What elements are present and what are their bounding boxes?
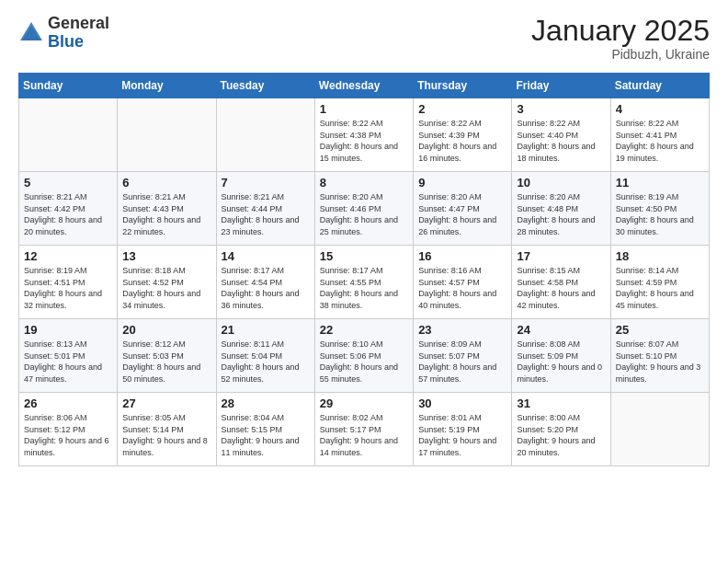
calendar-week-row: 1Sunrise: 8:22 AM Sunset: 4:38 PM Daylig…	[19, 98, 710, 172]
calendar-cell: 10Sunrise: 8:20 AM Sunset: 4:48 PM Dayli…	[512, 172, 610, 246]
day-info: Sunrise: 8:21 AM Sunset: 4:44 PM Dayligh…	[222, 191, 310, 237]
calendar-page: General Blue January 2025 Pidbuzh, Ukrai…	[0, 0, 728, 563]
calendar-cell: 29Sunrise: 8:02 AM Sunset: 5:17 PM Dayli…	[314, 393, 413, 466]
logo-general-text: General	[48, 14, 109, 32]
day-number: 31	[517, 396, 605, 410]
calendar-week-row: 26Sunrise: 8:06 AM Sunset: 5:12 PM Dayli…	[19, 393, 710, 466]
day-info: Sunrise: 8:19 AM Sunset: 4:50 PM Dayligh…	[616, 191, 704, 237]
day-number: 21	[222, 323, 310, 337]
page-header: General Blue January 2025 Pidbuzh, Ukrai…	[18, 15, 710, 62]
calendar-cell: 5Sunrise: 8:21 AM Sunset: 4:42 PM Daylig…	[19, 172, 118, 246]
header-saturday: Saturday	[610, 74, 709, 98]
day-number: 25	[616, 323, 704, 337]
month-title: January 2025	[531, 15, 710, 47]
calendar-cell	[610, 393, 709, 466]
day-info: Sunrise: 8:04 AM Sunset: 5:15 PM Dayligh…	[222, 412, 310, 458]
calendar-cell: 9Sunrise: 8:20 AM Sunset: 4:47 PM Daylig…	[414, 172, 512, 246]
calendar-cell: 25Sunrise: 8:07 AM Sunset: 5:10 PM Dayli…	[610, 319, 709, 393]
day-info: Sunrise: 8:14 AM Sunset: 4:59 PM Dayligh…	[616, 265, 704, 311]
day-info: Sunrise: 8:21 AM Sunset: 4:43 PM Dayligh…	[122, 191, 210, 237]
day-info: Sunrise: 8:20 AM Sunset: 4:48 PM Dayligh…	[517, 191, 605, 237]
day-number: 28	[222, 396, 310, 410]
calendar-cell: 17Sunrise: 8:15 AM Sunset: 4:58 PM Dayli…	[512, 246, 610, 319]
header-sunday: Sunday	[19, 74, 118, 98]
calendar-cell: 28Sunrise: 8:04 AM Sunset: 5:15 PM Dayli…	[216, 393, 314, 466]
location-text: Pidbuzh, Ukraine	[531, 47, 710, 62]
day-number: 13	[122, 249, 210, 263]
day-info: Sunrise: 8:05 AM Sunset: 5:14 PM Dayligh…	[122, 412, 210, 458]
logo-blue-text: Blue	[48, 32, 84, 51]
day-number: 26	[24, 396, 112, 410]
logo: General Blue	[18, 15, 109, 52]
day-info: Sunrise: 8:10 AM Sunset: 5:06 PM Dayligh…	[320, 339, 408, 385]
calendar-cell: 21Sunrise: 8:11 AM Sunset: 5:04 PM Dayli…	[216, 319, 314, 393]
day-info: Sunrise: 8:19 AM Sunset: 4:51 PM Dayligh…	[24, 265, 112, 311]
calendar-week-row: 5Sunrise: 8:21 AM Sunset: 4:42 PM Daylig…	[19, 172, 710, 246]
day-number: 18	[616, 249, 704, 263]
day-number: 4	[616, 102, 704, 116]
day-number: 1	[320, 102, 408, 116]
calendar-cell	[118, 98, 216, 172]
day-info: Sunrise: 8:00 AM Sunset: 5:20 PM Dayligh…	[517, 412, 605, 458]
day-number: 14	[222, 249, 310, 263]
header-friday: Friday	[512, 74, 610, 98]
logo-icon	[18, 20, 44, 46]
calendar-cell: 20Sunrise: 8:12 AM Sunset: 5:03 PM Dayli…	[118, 319, 216, 393]
day-number: 30	[418, 396, 506, 410]
calendar-cell: 19Sunrise: 8:13 AM Sunset: 5:01 PM Dayli…	[19, 319, 118, 393]
calendar-cell: 26Sunrise: 8:06 AM Sunset: 5:12 PM Dayli…	[19, 393, 118, 466]
calendar-header-row: Sunday Monday Tuesday Wednesday Thursday…	[19, 74, 710, 98]
day-info: Sunrise: 8:16 AM Sunset: 4:57 PM Dayligh…	[418, 265, 506, 311]
calendar-table: Sunday Monday Tuesday Wednesday Thursday…	[18, 73, 710, 466]
day-info: Sunrise: 8:17 AM Sunset: 4:54 PM Dayligh…	[222, 265, 310, 311]
day-number: 8	[320, 176, 408, 190]
day-number: 17	[517, 249, 605, 263]
calendar-cell	[19, 98, 118, 172]
day-info: Sunrise: 8:06 AM Sunset: 5:12 PM Dayligh…	[24, 412, 112, 458]
day-number: 16	[418, 249, 506, 263]
title-block: January 2025 Pidbuzh, Ukraine	[531, 15, 710, 62]
day-number: 9	[418, 176, 506, 190]
day-info: Sunrise: 8:21 AM Sunset: 4:42 PM Dayligh…	[24, 191, 112, 237]
day-info: Sunrise: 8:22 AM Sunset: 4:40 PM Dayligh…	[517, 118, 605, 164]
header-monday: Monday	[118, 74, 216, 98]
day-number: 2	[418, 102, 506, 116]
day-number: 23	[418, 323, 506, 337]
day-info: Sunrise: 8:20 AM Sunset: 4:47 PM Dayligh…	[418, 191, 506, 237]
day-number: 27	[122, 396, 210, 410]
calendar-cell: 24Sunrise: 8:08 AM Sunset: 5:09 PM Dayli…	[512, 319, 610, 393]
day-number: 19	[24, 323, 112, 337]
calendar-cell: 16Sunrise: 8:16 AM Sunset: 4:57 PM Dayli…	[414, 246, 512, 319]
calendar-cell: 27Sunrise: 8:05 AM Sunset: 5:14 PM Dayli…	[118, 393, 216, 466]
calendar-cell: 18Sunrise: 8:14 AM Sunset: 4:59 PM Dayli…	[610, 246, 709, 319]
calendar-cell: 11Sunrise: 8:19 AM Sunset: 4:50 PM Dayli…	[610, 172, 709, 246]
day-number: 6	[122, 176, 210, 190]
day-number: 22	[320, 323, 408, 337]
day-info: Sunrise: 8:20 AM Sunset: 4:46 PM Dayligh…	[320, 191, 408, 237]
calendar-week-row: 12Sunrise: 8:19 AM Sunset: 4:51 PM Dayli…	[19, 246, 710, 319]
day-info: Sunrise: 8:11 AM Sunset: 5:04 PM Dayligh…	[222, 339, 310, 385]
calendar-cell: 2Sunrise: 8:22 AM Sunset: 4:39 PM Daylig…	[414, 98, 512, 172]
day-number: 15	[320, 249, 408, 263]
day-info: Sunrise: 8:08 AM Sunset: 5:09 PM Dayligh…	[517, 339, 605, 385]
day-number: 12	[24, 249, 112, 263]
day-info: Sunrise: 8:17 AM Sunset: 4:55 PM Dayligh…	[320, 265, 408, 311]
day-info: Sunrise: 8:07 AM Sunset: 5:10 PM Dayligh…	[616, 339, 704, 385]
calendar-cell: 8Sunrise: 8:20 AM Sunset: 4:46 PM Daylig…	[314, 172, 413, 246]
day-info: Sunrise: 8:02 AM Sunset: 5:17 PM Dayligh…	[320, 412, 408, 458]
day-info: Sunrise: 8:09 AM Sunset: 5:07 PM Dayligh…	[418, 339, 506, 385]
day-number: 24	[517, 323, 605, 337]
calendar-week-row: 19Sunrise: 8:13 AM Sunset: 5:01 PM Dayli…	[19, 319, 710, 393]
header-thursday: Thursday	[414, 74, 512, 98]
day-number: 7	[222, 176, 310, 190]
calendar-cell: 31Sunrise: 8:00 AM Sunset: 5:20 PM Dayli…	[512, 393, 610, 466]
day-number: 20	[122, 323, 210, 337]
calendar-cell: 14Sunrise: 8:17 AM Sunset: 4:54 PM Dayli…	[216, 246, 314, 319]
day-number: 29	[320, 396, 408, 410]
calendar-cell: 30Sunrise: 8:01 AM Sunset: 5:19 PM Dayli…	[414, 393, 512, 466]
day-info: Sunrise: 8:18 AM Sunset: 4:52 PM Dayligh…	[122, 265, 210, 311]
calendar-cell: 15Sunrise: 8:17 AM Sunset: 4:55 PM Dayli…	[314, 246, 413, 319]
calendar-cell: 22Sunrise: 8:10 AM Sunset: 5:06 PM Dayli…	[314, 319, 413, 393]
calendar-cell: 12Sunrise: 8:19 AM Sunset: 4:51 PM Dayli…	[19, 246, 118, 319]
calendar-cell: 13Sunrise: 8:18 AM Sunset: 4:52 PM Dayli…	[118, 246, 216, 319]
